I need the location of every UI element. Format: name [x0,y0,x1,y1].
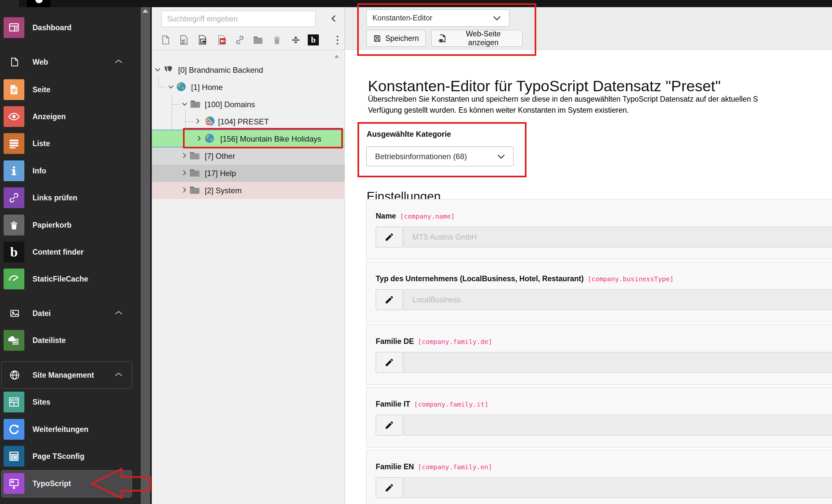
sidebar-item-label: StaticFileCache [32,275,88,283]
tree-node-label[interactable]: [156] Mountain Bike Holidays [220,135,321,143]
category-label: Ausgewählte Kategorie [367,130,451,139]
page-mountpoint-icon[interactable] [216,34,228,46]
pencil-icon [385,232,394,242]
tree-node-label[interactable]: [17] Help [205,169,236,178]
sidebar-item-label: Links prüfen [32,194,77,202]
tree-row-root[interactable]: [0] Brandnamic Backend [152,61,345,79]
constant-input-family-en[interactable] [404,477,832,498]
sidebar-item-anzeigen[interactable]: Anzeigen [0,103,141,130]
tree-node-label[interactable]: [1] Home [191,83,223,92]
sidebar-item-dashboard[interactable]: Dashboard [0,14,141,41]
edit-constant-button[interactable] [376,477,403,498]
field-panel-family-de: Familie DE[company.family.de] [366,325,832,385]
sidebar-item-typoscript[interactable]: TypoScript [0,470,141,497]
sidebar-item-info[interactable]: Info [0,157,141,185]
field-label: Familie EN[company.family.en] [376,463,492,471]
tree-node-label[interactable]: [2] System [205,186,241,195]
sidebar-item-label: Content finder [32,248,83,256]
folder-icon [189,168,201,179]
tree-node-label[interactable]: [7] Other [205,152,235,161]
link-icon[interactable] [234,34,246,46]
collapse-tree-icon[interactable] [330,13,338,25]
constant-input-business-type[interactable] [404,289,832,310]
tree-row-system[interactable]: [2] System [152,182,345,199]
search-input[interactable] [161,11,316,27]
edit-constant-button[interactable] [376,289,403,310]
description-line-2: Verfügung gestellt wurden. Es können wei… [368,105,758,116]
sidebar-item-page-tsconfig[interactable]: Page TSconfig [0,443,141,470]
module-sidebar: Dashboard Web Seite Anzeigen Liste Info [0,0,141,504]
sidebar-item-staticfilecache[interactable]: StaticFileCache [0,265,141,292]
sidebar-item-content-finder[interactable]: b Content finder [0,239,141,265]
sidebar-item-links-pruefen[interactable]: Links prüfen [0,184,141,212]
sidebar-group-site-management[interactable]: Site Management [0,361,141,389]
scroll-up-icon[interactable] [142,9,148,13]
chevron-right-icon[interactable] [195,118,200,126]
edit-constant-button[interactable] [376,415,403,436]
globe-icon [176,81,186,93]
sidebar-group-label: Site Management [32,371,94,380]
sidebar-item-seite[interactable]: Seite [0,76,141,103]
content-finder-badge-icon[interactable]: b [307,34,319,46]
function-select-value: Konstanten-Editor [372,13,432,22]
tree-row-preset[interactable]: [104] PRESET [152,113,345,130]
page-shortcut-icon[interactable] [196,34,209,46]
chevron-down-icon[interactable] [181,102,188,108]
sidebar-scrollbar[interactable] [141,0,150,504]
chevron-right-icon[interactable] [182,169,186,177]
sidebar-item-label: Anzeigen [32,112,66,121]
more-options-icon[interactable] [331,34,343,46]
constant-input-family-it[interactable] [404,415,832,436]
sidebar-item-label: Seite [32,85,50,94]
function-select[interactable]: Konstanten-Editor [366,9,509,27]
content-finder-icon: b [4,242,24,262]
web-group-icon [9,56,21,68]
chevron-right-icon[interactable] [182,187,186,195]
chevron-right-icon[interactable] [182,152,186,160]
page-users-icon[interactable] [178,34,190,46]
chevron-up-icon[interactable] [114,372,123,378]
sidebar-item-liste[interactable]: Liste [0,130,141,157]
tree-node-label[interactable]: [0] Brandnamic Backend [178,65,263,75]
sidebar-item-sites[interactable]: Sites [0,388,141,416]
globe-icon [204,133,215,145]
chevron-down-icon[interactable] [154,67,161,73]
chevron-up-icon[interactable] [114,310,123,317]
sidebar-item-label: Page TSconfig [32,452,84,461]
chevron-right-icon[interactable] [197,135,201,143]
save-button[interactable]: Speichern [366,30,426,47]
new-page-icon[interactable] [160,34,172,46]
view-webpage-button[interactable]: Web-Seite anzeigen [431,30,523,47]
sidebar-item-label: Sites [32,398,50,407]
tree-row-mountain-bike-holidays[interactable]: [156] Mountain Bike Holidays [152,130,345,147]
field-label: Typ des Unternehmens (LocalBusiness, Hot… [376,274,674,283]
category-select[interactable]: Betriebsinformationen (68) [366,146,514,166]
chevron-down-icon[interactable] [168,84,174,90]
staticfilecache-icon [4,269,24,289]
chevron-up-icon[interactable] [114,59,123,65]
tree-row-other[interactable]: [7] Other [152,147,345,165]
folder-icon [189,150,201,162]
sidebar-item-label: Papierkorb [32,221,72,230]
tree-scroll-up-icon[interactable] [334,55,339,58]
pencil-icon [385,358,394,367]
edit-constant-button[interactable] [376,227,403,248]
folder-icon[interactable] [252,34,264,46]
sidebar-group-web[interactable]: Web [0,48,141,76]
tree-row-domains[interactable]: [100] Domains [152,96,345,113]
sidebar-item-dateiliste[interactable]: Dateiliste [0,327,141,354]
tree-row-help[interactable]: [17] Help [152,165,345,182]
tree-node-label[interactable]: [100] Domains [205,100,255,109]
page-tsconfig-icon [4,446,24,467]
constant-input-family-de[interactable] [404,352,832,373]
tree-row-home[interactable]: [1] Home [152,79,345,96]
constant-key: [company.businessType] [588,275,674,283]
delete-icon[interactable] [271,34,283,46]
constant-input-name[interactable] [404,227,832,248]
sidebar-item-papierkorb[interactable]: Papierkorb [0,212,141,239]
sidebar-item-weiterleitungen[interactable]: Weiterleitungen [0,416,141,443]
edit-constant-button[interactable] [376,352,403,373]
tree-node-label[interactable]: [104] PRESET [218,117,269,126]
sidebar-group-datei[interactable]: Datei [0,300,141,327]
divider-icon[interactable] [290,34,302,46]
